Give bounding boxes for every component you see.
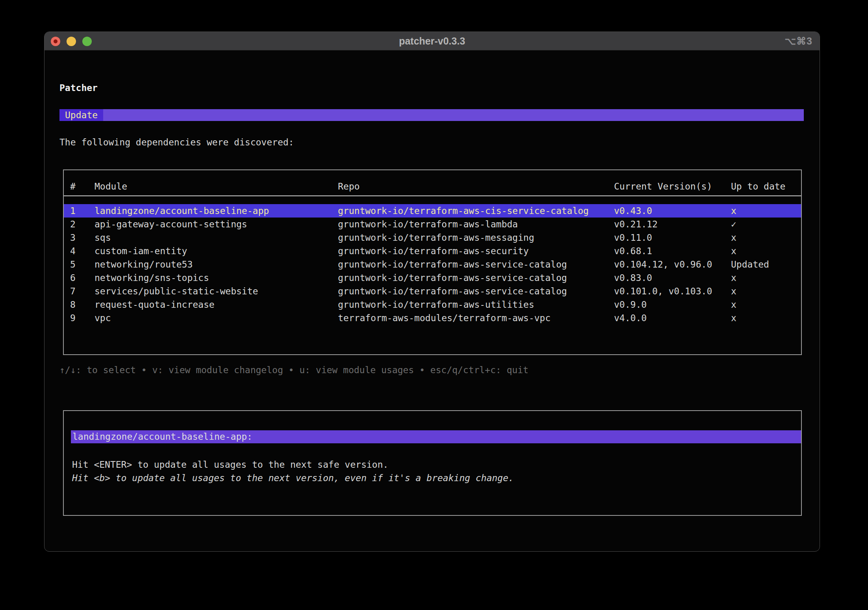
cell-repo: gruntwork-io/terraform-aws-service-catal… [338, 271, 614, 285]
column-header-repo: Repo [338, 180, 614, 193]
column-header-uptodate: Up to date [731, 180, 801, 193]
terminal-content: Patcher Update The following dependencie… [45, 32, 820, 551]
cell-repo: gruntwork-io/terraform-aws-cis-service-c… [338, 204, 614, 218]
intro-text: The following dependencies were discover… [59, 138, 294, 147]
cell-module: api-gateway-account-settings [95, 218, 338, 231]
cell-version: v0.104.12, v0.96.0 [614, 258, 731, 271]
table-row[interactable]: 1landingzone/account-baseline-appgruntwo… [64, 204, 801, 218]
table-header: # Module Repo Current Version(s) Up to d… [64, 180, 801, 193]
cell-version: v0.11.0 [614, 231, 731, 244]
cell-num: 4 [70, 244, 95, 258]
tab-bar: Update [59, 109, 804, 121]
cell-num: 3 [70, 231, 95, 244]
cell-version: v0.21.12 [614, 218, 731, 231]
cell-status: x [731, 231, 801, 244]
table-row[interactable]: 3sqsgruntwork-io/terraform-aws-messaging… [64, 231, 801, 244]
table-row[interactable]: 2api-gateway-account-settingsgruntwork-i… [64, 218, 801, 231]
cell-version: v0.9.0 [614, 298, 731, 311]
cell-num: 9 [70, 311, 95, 325]
selected-module-heading: landingzone/account-baseline-app: [71, 430, 801, 443]
column-header-num: # [70, 180, 95, 193]
column-header-version: Current Version(s) [614, 180, 731, 193]
table-row[interactable]: 4custom-iam-entitygruntwork-io/terraform… [64, 244, 801, 258]
cell-version: v0.83.0 [614, 271, 731, 285]
breaking-instruction: Hit <b> to update all usages to the next… [72, 471, 514, 485]
header-separator [64, 195, 801, 196]
cell-repo: gruntwork-io/terraform-aws-lambda [338, 218, 614, 231]
cell-repo: gruntwork-io/terraform-aws-utilities [338, 298, 614, 311]
cell-status: x [731, 311, 801, 325]
cell-module: sqs [95, 231, 338, 244]
cell-module: landingzone/account-baseline-app [95, 204, 338, 218]
cell-repo: terraform-aws-modules/terraform-aws-vpc [338, 311, 614, 325]
cell-num: 8 [70, 298, 95, 311]
cell-num: 5 [70, 258, 95, 271]
cell-num: 2 [70, 218, 95, 231]
cell-version: v0.43.0 [614, 204, 731, 218]
table-body: 1landingzone/account-baseline-appgruntwo… [64, 204, 801, 325]
table-row[interactable]: 7services/public-static-websitegruntwork… [64, 285, 801, 298]
dependencies-table: # Module Repo Current Version(s) Up to d… [63, 169, 802, 355]
cell-status: x [731, 244, 801, 258]
cell-module: request-quota-increase [95, 298, 338, 311]
enter-instruction: Hit <ENTER> to update all usages to the … [72, 458, 388, 471]
cell-version: v4.0.0 [614, 311, 731, 325]
cell-module: networking/route53 [95, 258, 338, 271]
cell-num: 6 [70, 271, 95, 285]
cell-status: ✓ [731, 218, 801, 231]
cell-status: x [731, 285, 801, 298]
cell-repo: gruntwork-io/terraform-aws-service-catal… [338, 258, 614, 271]
tab-update[interactable]: Update [59, 109, 103, 121]
cell-status: x [731, 204, 801, 218]
table-row[interactable]: 8request-quota-increasegruntwork-io/terr… [64, 298, 801, 311]
cell-num: 7 [70, 285, 95, 298]
cell-repo: gruntwork-io/terraform-aws-security [338, 244, 614, 258]
help-bar: ↑/↓: to select • v: view module changelo… [59, 365, 529, 375]
table-row[interactable]: 6networking/sns-topicsgruntwork-io/terra… [64, 271, 801, 285]
cell-status: x [731, 298, 801, 311]
cell-module: services/public-static-website [95, 285, 338, 298]
detail-panel: landingzone/account-baseline-app: Hit <E… [63, 410, 802, 516]
cell-module: vpc [95, 311, 338, 325]
cell-repo: gruntwork-io/terraform-aws-service-catal… [338, 285, 614, 298]
table-row[interactable]: 5networking/route53gruntwork-io/terrafor… [64, 258, 801, 271]
cell-version: v0.68.1 [614, 244, 731, 258]
cell-module: custom-iam-entity [95, 244, 338, 258]
cell-repo: gruntwork-io/terraform-aws-messaging [338, 231, 614, 244]
cell-module: networking/sns-topics [95, 271, 338, 285]
column-header-module: Module [95, 180, 338, 193]
table-row[interactable]: 9vpcterraform-aws-modules/terraform-aws-… [64, 311, 801, 325]
cell-status: x [731, 271, 801, 285]
cell-status: Updated [731, 258, 801, 271]
cell-num: 1 [70, 204, 95, 218]
cell-version: v0.101.0, v0.103.0 [614, 285, 731, 298]
terminal-window: patcher-v0.3.3 ⌥⌘3 Patcher Update The fo… [44, 32, 820, 552]
app-heading: Patcher [59, 83, 98, 93]
